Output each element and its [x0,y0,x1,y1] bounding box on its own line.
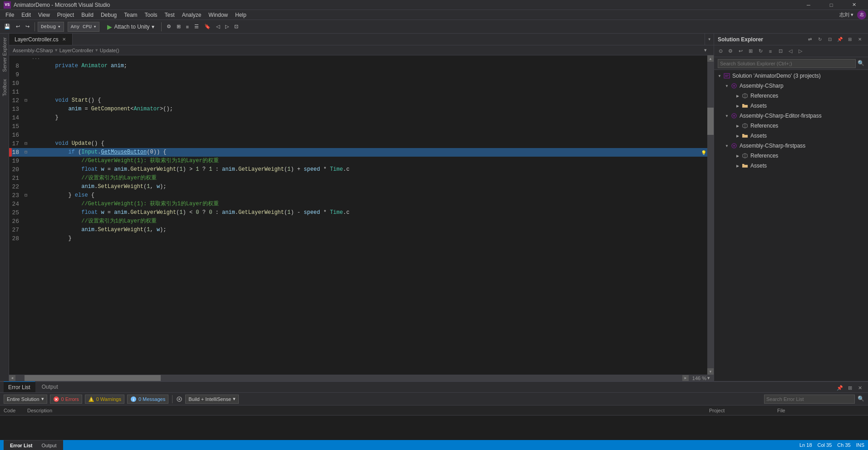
tree-assets-3[interactable]: ▶ Assets [714,161,868,171]
se-tool-1[interactable]: ⊙ [716,47,725,56]
menu-test[interactable]: Test [161,10,178,20]
toolbar-btn-6[interactable]: ◁ [214,21,222,32]
close-button[interactable]: ✕ [843,0,864,10]
project2-expand-arrow[interactable]: ▼ [723,112,730,119]
attach-to-unity-button[interactable]: ▶ Attach to Unity ▾ [103,21,158,32]
hscroll-right-button[interactable]: ► [682,375,689,381]
errors-filter-button[interactable]: ✕ 0 Errors [50,395,82,404]
se-tool-6[interactable]: ≡ [766,47,775,56]
toolbar-btn-1[interactable]: ⚙ [164,21,173,32]
status-ins[interactable]: INS [856,442,864,448]
tab-output[interactable]: Output [37,381,63,392]
debug-config-dropdown[interactable]: Debug ▾ [38,22,64,32]
menu-window[interactable]: Window [205,10,232,20]
status-ln[interactable]: Ln 18 [799,442,812,448]
hscroll-left-button[interactable]: ◄ [9,375,15,381]
scroll-up-button[interactable]: ▲ [707,55,714,62]
tree-assets-2[interactable]: ▶ Assets [714,131,868,141]
code-vertical-scrollbar[interactable]: ▲ ▼ [707,55,714,375]
maximize-button[interactable]: □ [821,0,842,10]
se-tool-2[interactable]: ⚙ [726,47,735,56]
se-close-button[interactable]: ✕ [855,35,864,44]
references3-expand-arrow[interactable]: ▶ [734,152,741,159]
scroll-thumb[interactable] [707,108,714,135]
fold-cell-17[interactable]: ⊟ [23,139,29,148]
tree-project-assembly-csharp-editor[interactable]: ▼ Assembly-CSharp-Editor-firstpass [714,111,868,121]
tree-solution[interactable]: ▼ Solution 'AnimatorDemo' (3 projects) [714,71,868,81]
tree-references-3[interactable]: ▶ References [714,151,868,161]
user-name[interactable]: 志刘 ▾ [839,11,853,18]
se-refresh-button[interactable]: ↻ [815,35,824,44]
code-editor[interactable]: ··· 8 private Animator anim; [9,55,707,375]
se-sync-button[interactable]: ⇄ [805,35,814,44]
undo-button[interactable]: ↩ [14,21,22,32]
tab-close-button[interactable]: ✕ [61,36,67,42]
editor-tab-layercontroller[interactable]: LayerController.cs ✕ [9,34,73,45]
se-tool-8[interactable]: ◁ [786,47,795,56]
col-header-project[interactable]: Project [709,408,777,413]
toolbar-btn-3[interactable]: ≡ [184,21,191,32]
horizontal-scrollbar[interactable]: ◄ ► 146 % ▾ [9,375,714,381]
menu-debug[interactable]: Debug [97,10,120,20]
toolbar-btn-7[interactable]: ▷ [223,21,231,32]
references2-expand-arrow[interactable]: ▶ [734,122,741,129]
toolbar-btn-5[interactable]: 🔖 [202,21,213,32]
breadcrumb-expand-button[interactable]: ▾ [701,46,710,55]
menu-view[interactable]: View [35,10,54,20]
bottom-float-button[interactable]: ⊞ [845,383,854,392]
menu-edit[interactable]: Edit [18,10,35,20]
breadcrumb-assembly[interactable]: Assembly-CSharp [13,48,53,53]
se-collapse-button[interactable]: ⊡ [825,35,834,44]
menu-project[interactable]: Project [54,10,78,20]
assets3-expand-arrow[interactable]: ▶ [734,162,741,169]
tree-project-assembly-csharp-firstpass[interactable]: ▼ Assembly-CSharp-firstpass [714,141,868,151]
messages-filter-button[interactable]: i 0 Messages [127,395,168,404]
tree-references-2[interactable]: ▶ References [714,121,868,131]
fold-cell-12[interactable]: ⊟ [23,96,29,105]
status-col[interactable]: Col 35 [818,442,832,448]
scope-dropdown[interactable]: Entire Solution ▾ [4,395,47,404]
save-button[interactable]: 💾 [2,21,13,32]
status-tab-output[interactable]: Output [39,442,59,449]
tree-references-1[interactable]: ▶ References [714,91,868,101]
menu-file[interactable]: File [2,10,18,20]
se-tool-9[interactable]: ▷ [796,47,805,56]
status-tab-error-list[interactable]: Error List [7,442,35,449]
line-content-8[interactable]: private Animator anim; [29,62,707,70]
menu-build[interactable]: Build [78,10,97,20]
solution-expand-arrow[interactable]: ▼ [716,72,723,79]
bottom-pin-button[interactable]: 📌 [835,383,844,392]
col-header-code[interactable]: Code [0,408,27,413]
cpu-config-dropdown[interactable]: Any CPU ▾ [68,22,100,32]
breadcrumb-method[interactable]: Update() [100,48,119,53]
tree-assets-1[interactable]: ▶ Assets [714,101,868,111]
menu-analyze[interactable]: Analyze [178,10,205,20]
toolbox-tab[interactable]: Toolbox [0,75,9,100]
se-dock-button[interactable]: ⊞ [845,35,854,44]
lightbulb-icon[interactable]: 💡 [701,149,706,158]
bottom-close-button[interactable]: ✕ [855,383,864,392]
breadcrumb-class[interactable]: LayerController [59,48,94,53]
se-tool-3[interactable]: ↩ [736,47,745,56]
zoom-dropdown-arrow[interactable]: ▾ [707,375,710,381]
se-tool-4[interactable]: ⊞ [746,47,755,56]
tab-dropdown-button[interactable]: ▾ [705,34,714,45]
menu-tools[interactable]: Tools [141,10,161,20]
project1-expand-arrow[interactable]: ▼ [723,82,730,89]
hscroll-track[interactable] [15,375,682,381]
assets2-expand-arrow[interactable]: ▶ [734,132,741,139]
se-tool-5[interactable]: ↻ [756,47,765,56]
error-list-search-input[interactable] [764,395,855,404]
redo-button[interactable]: ↪ [23,21,32,32]
scroll-down-button[interactable]: ▼ [707,368,714,375]
server-explorer-tab[interactable]: Server Explorer [0,34,9,75]
scroll-track[interactable] [707,62,714,368]
col-header-description[interactable]: Description [27,408,709,413]
tab-error-list[interactable]: Error List [4,381,35,392]
solution-explorer-search-input[interactable] [718,59,856,68]
toolbar-btn-2[interactable]: ⊞ [174,21,183,32]
build-mode-dropdown[interactable]: Build + IntelliSense ▾ [185,395,239,404]
hscroll-thumb[interactable] [25,375,161,381]
fold-cell-23[interactable]: ⊟ [23,191,29,200]
se-pin-button[interactable]: 📌 [835,35,844,44]
